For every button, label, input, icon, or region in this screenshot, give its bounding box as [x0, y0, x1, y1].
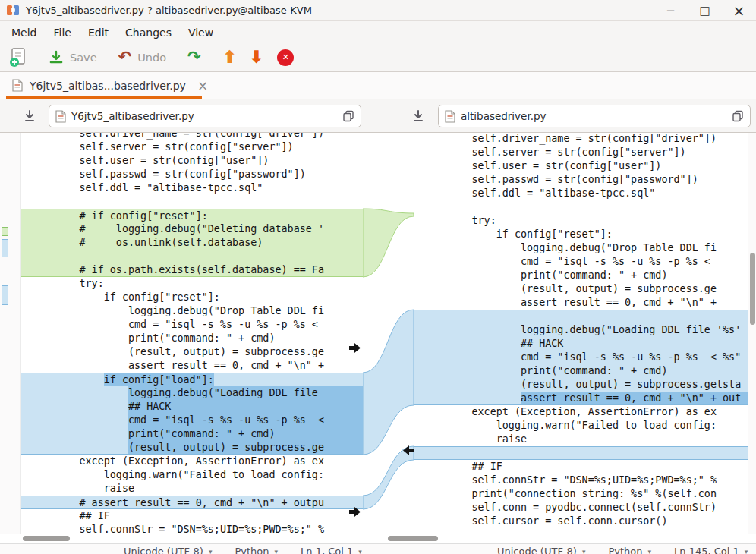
- right-language-selector[interactable]: Python ▾: [608, 546, 651, 554]
- code-line: cmd = "isql -s %s -u %s -p %s <: [21, 414, 363, 427]
- chevron-down-icon: ▾: [209, 548, 213, 554]
- save-button[interactable]: Save: [49, 50, 97, 65]
- scrollbar-thumb[interactable]: [388, 536, 438, 541]
- maximize-button[interactable]: □: [688, 0, 722, 21]
- encoding-value: Unicode (UTF-8): [124, 546, 203, 554]
- right-horizontal-scrollbar[interactable]: [385, 534, 748, 543]
- next-change-button[interactable]: ⬇: [249, 49, 263, 65]
- previous-change-button[interactable]: ⬆: [222, 49, 237, 65]
- chevron-down-icon: ▾: [358, 548, 362, 554]
- right-filename-entry[interactable]: altibasedriver.py: [438, 105, 751, 127]
- left-encoding-selector[interactable]: Unicode (UTF-8) ▾: [124, 546, 212, 554]
- link-curve-changed: [363, 310, 414, 455]
- push-right-arrow-icon[interactable]: [348, 506, 361, 518]
- left-editor-pane[interactable]: self.driver_name = str(config["driver"])…: [21, 133, 363, 534]
- undo-button[interactable]: ↶ Undo: [118, 49, 167, 65]
- left-horizontal-scrollbar[interactable]: [21, 534, 363, 543]
- menu-edit[interactable]: Edit: [80, 21, 117, 43]
- code-line: logging.debug("Drop Table DDL fi: [414, 241, 748, 255]
- menu-file[interactable]: File: [45, 21, 79, 43]
- close-button[interactable]: ×: [722, 0, 756, 21]
- save-label: Save: [70, 52, 97, 64]
- stop-icon: ✕: [277, 49, 294, 66]
- right-cursor-position[interactable]: Ln 145, Col 1 ▾: [674, 546, 748, 554]
- code-line: if config["reset"]:: [21, 291, 363, 304]
- diff-content: self.driver_name = str(config["driver"])…: [0, 133, 756, 534]
- left-filename: Y6jtv5_altibasedriver.py: [71, 110, 337, 122]
- scrollbar-thumb[interactable]: [23, 536, 70, 541]
- menu-changes[interactable]: Changes: [117, 21, 180, 43]
- file-icon: [12, 79, 23, 92]
- code-line: self.driver_name = str(config["driver"]): [414, 133, 748, 146]
- scrollbar-thumb[interactable]: [750, 253, 755, 325]
- language-value: Python: [235, 546, 269, 554]
- right-goto-line-icon[interactable]: [411, 109, 425, 123]
- link-curve-added: [363, 209, 414, 277]
- code-line: self.passwd = str(config["password"]): [21, 168, 363, 181]
- position-value: Ln 1, Col 1: [301, 546, 353, 554]
- code-line: [21, 250, 363, 263]
- code-line: print("command: " + cmd): [414, 364, 748, 378]
- minimize-button[interactable]: −: [654, 0, 688, 21]
- code-line: if config["reset"]:: [414, 228, 748, 241]
- code-line: self.cursor = self.conn.cursor(): [414, 515, 748, 528]
- code-line: # os.unlink(self.database): [21, 236, 363, 250]
- code-line: self.connStr = "DSN=%s;UID=%s;PWD=%s;" %: [414, 474, 748, 487]
- tab-bar: Y6jtv5_altibas...basedriver.py ×: [0, 72, 756, 99]
- code-line: print("connection string: %s" %(self.con: [414, 487, 748, 501]
- code-line: self.conn = pyodbc.connect(self.connStr): [414, 501, 748, 515]
- code-line: assert result == 0, cmd + "\n" + out: [414, 392, 748, 405]
- right-editor-pane[interactable]: self.driver_name = str(config["driver"])…: [414, 133, 748, 534]
- code-line: try:: [21, 277, 363, 291]
- menu-view[interactable]: View: [180, 21, 222, 43]
- code-line: (result, output) = subprocess.getsta: [414, 378, 748, 392]
- code-line: [414, 446, 748, 460]
- code-line: logging.warn("Failed to load config:: [414, 419, 748, 433]
- redo-button[interactable]: ↷: [187, 49, 201, 65]
- meld-window: Y6jtv5_altibasedriver.py ? altibasedrive…: [0, 0, 756, 554]
- code-line: ## HACK: [21, 400, 363, 414]
- titlebar: Y6jtv5_altibasedriver.py ? altibasedrive…: [0, 0, 756, 21]
- code-line: self.user = str(config["user"]): [414, 159, 748, 173]
- right-vertical-scrollbar[interactable]: [748, 133, 756, 534]
- code-line: self.server = str(config["server"]): [414, 146, 748, 159]
- chevron-down-icon: ▾: [745, 548, 748, 554]
- code-line: logging.debug("Loading DDL file '%s': [414, 323, 748, 337]
- code-line: # if config["reset"]:: [21, 209, 363, 222]
- copy-path-icon[interactable]: [732, 110, 744, 122]
- tab-close-icon[interactable]: ×: [197, 78, 208, 93]
- new-comparison-button[interactable]: [9, 48, 27, 68]
- push-left-arrow-icon[interactable]: [402, 445, 415, 456]
- code-line: logging.debug("Drop Table DDL fi: [21, 304, 363, 318]
- copy-path-icon[interactable]: [342, 110, 354, 122]
- code-line: ## IF: [21, 509, 363, 523]
- code-line: ## HACK: [414, 337, 748, 351]
- map-mark-added: [2, 227, 8, 236]
- meld-app-icon: [6, 4, 20, 17]
- code-line: except (Exception, AssertionError) as ex: [414, 405, 748, 419]
- code-line: self.connStr = "DSN=%s;UID=%s;PWD=%s;" %: [21, 523, 363, 534]
- code-line: print("command: " + cmd): [414, 269, 748, 282]
- language-value: Python: [608, 546, 642, 554]
- push-right-arrow-icon[interactable]: [348, 342, 361, 354]
- left-language-selector[interactable]: Python ▾: [235, 546, 278, 554]
- map-mark-changed: [2, 239, 8, 257]
- stop-button[interactable]: ✕: [277, 49, 294, 66]
- left-chunk-map[interactable]: [0, 133, 21, 534]
- left-filename-entry[interactable]: Y6jtv5_altibasedriver.py: [49, 105, 361, 127]
- left-goto-line-icon[interactable]: [23, 109, 36, 123]
- code-line: cmd = "isql -s %s -u %s -p %s <: [414, 255, 748, 269]
- code-line: self.driver_name = str(config["driver"]): [21, 133, 363, 140]
- code-line: ## IF: [414, 460, 748, 474]
- code-line: self.server = str(config["server"]): [21, 140, 363, 154]
- code-line: except (Exception, AssertionError) as ex: [21, 455, 363, 468]
- code-line: print("command: " + cmd): [21, 332, 363, 345]
- horizontal-scrollbars: [0, 534, 756, 543]
- menu-meld[interactable]: Meld: [3, 21, 45, 43]
- chevron-down-icon: ▾: [582, 548, 586, 554]
- right-encoding-selector[interactable]: Unicode (UTF-8) ▾: [497, 546, 585, 554]
- tab-comparison[interactable]: Y6jtv5_altibas...basedriver.py ×: [6, 72, 214, 99]
- left-cursor-position[interactable]: Ln 1, Col 1 ▾: [301, 546, 362, 554]
- code-line: logging.debug("Loading DDL file: [21, 386, 363, 400]
- file-icon: [55, 110, 66, 123]
